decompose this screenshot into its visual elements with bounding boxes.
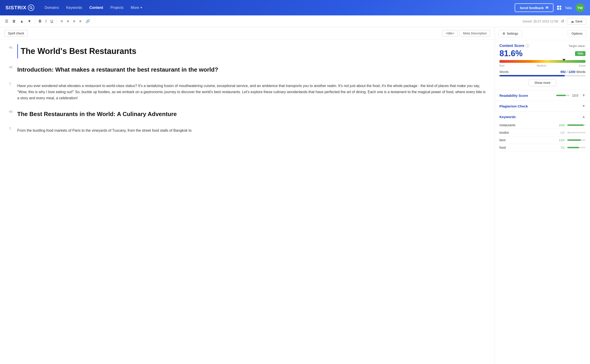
keyword-count-best: 12/5 bbox=[556, 138, 565, 142]
italic-button[interactable]: I bbox=[44, 18, 48, 24]
para-label-1: ¶ bbox=[9, 81, 17, 87]
para-label-2: ¶ bbox=[9, 126, 17, 131]
readability-collapse-icon: ▼ bbox=[582, 93, 585, 98]
target-label: Target value: bbox=[569, 44, 585, 48]
editor-toolbar: ☰ 🗑 ▲ ▼ B I U ≡ ≡ ≡ ≡ 🔗 Saved: 26.07.202… bbox=[0, 15, 590, 27]
words-label: Words bbox=[499, 70, 509, 74]
align-justify-button[interactable]: ≡ bbox=[78, 18, 83, 24]
panel-header: ⚙ Settings Options bbox=[495, 27, 590, 40]
svg-line-1 bbox=[32, 8, 33, 9]
readability-right: 13.0 ▼ bbox=[556, 93, 585, 98]
move-up-button[interactable]: ▲ bbox=[19, 18, 25, 24]
settings-button[interactable]: ⚙ Settings bbox=[499, 30, 522, 37]
move-down-button[interactable]: ▼ bbox=[26, 18, 33, 24]
h2-text-1: Introduction: What makes a restaurant th… bbox=[17, 66, 218, 73]
info-icon[interactable]: i bbox=[526, 44, 529, 48]
nav-item-projects[interactable]: Projects bbox=[107, 4, 127, 12]
keyword-row-london: london 0/6 bbox=[499, 129, 585, 136]
p-block-2[interactable]: From the bustling food markets of Paris … bbox=[17, 126, 486, 135]
chevron-down-icon: ▼ bbox=[140, 6, 143, 9]
toolbar-separator-2 bbox=[57, 19, 57, 24]
h2-block-2[interactable]: The Best Restaurants in the World: A Cul… bbox=[17, 108, 486, 120]
nav-item-more[interactable]: More ▼ bbox=[127, 4, 146, 12]
readability-title: Readability Score bbox=[499, 94, 528, 98]
send-feedback-label: Send feedback bbox=[520, 6, 544, 10]
title-tag-button[interactable]: <title> bbox=[442, 30, 458, 37]
h1-row: H1 The World's Best Restaurants bbox=[9, 44, 486, 58]
saved-timestamp: Saved: 26.07.2023 12:58 bbox=[523, 20, 558, 23]
save-button[interactable]: ☁ Save bbox=[567, 18, 586, 25]
p-text-1: Have you ever wondered what elevates a r… bbox=[17, 84, 486, 100]
keyword-bar-london bbox=[567, 132, 585, 133]
words-bar-fill bbox=[499, 75, 565, 76]
keyword-row-restaurants: restaurants 25/8 bbox=[499, 122, 585, 129]
main-layout: Spell check <title> Meta Description H1 … bbox=[0, 27, 590, 364]
nav-item-domains[interactable]: Domains bbox=[41, 4, 62, 12]
delete-button[interactable]: 🗑 bbox=[11, 18, 17, 24]
link-button[interactable]: 🔗 bbox=[84, 18, 91, 24]
toolbar-right: Saved: 26.07.2023 12:58 ↺ ☁ Save bbox=[523, 18, 586, 25]
right-panel: ⚙ Settings Options Content Score i Targe… bbox=[495, 27, 590, 364]
keywords-title: Keywords bbox=[499, 115, 516, 119]
cloud-icon: ☁ bbox=[571, 20, 574, 23]
h2-label-1: H2 bbox=[9, 64, 17, 69]
send-feedback-button[interactable]: Send feedback ✉ bbox=[515, 3, 553, 12]
undo-button[interactable]: ↺ bbox=[561, 19, 564, 24]
h2-row-2: H2 The Best Restaurants in the World: A … bbox=[9, 108, 486, 120]
align-left-button[interactable]: ≡ bbox=[59, 18, 64, 24]
toolbar-separator-1 bbox=[35, 19, 35, 24]
p-row-1: ¶ Have you ever wondered what elevates a… bbox=[9, 81, 486, 103]
grid-icon[interactable] bbox=[557, 6, 561, 10]
save-label: Save bbox=[575, 20, 583, 23]
editor-content: H1 The World's Best Restaurants H2 Intro… bbox=[0, 40, 495, 364]
bold-button[interactable]: B bbox=[37, 18, 43, 24]
header: SISTRIX Domains Keywords Content Project… bbox=[0, 0, 590, 15]
p-text-2: From the bustling food markets of Paris … bbox=[17, 129, 192, 132]
score-labels: Bad Medium Good bbox=[499, 64, 585, 67]
h1-label: H1 bbox=[9, 44, 17, 49]
editor-header: Spell check <title> Meta Description bbox=[0, 27, 495, 40]
avatar[interactable]: TW bbox=[576, 3, 584, 12]
keywords-collapse-icon[interactable]: ▲ bbox=[582, 115, 585, 119]
readability-section[interactable]: Readability Score 13.0 ▼ bbox=[495, 90, 590, 101]
h2-text-2: The Best Restaurants in the World: A Cul… bbox=[17, 110, 177, 117]
score-bar bbox=[499, 60, 585, 63]
align-right-button[interactable]: ≡ bbox=[72, 18, 76, 24]
keyword-bar-restaurants bbox=[567, 124, 585, 126]
p-block-1[interactable]: Have you ever wondered what elevates a r… bbox=[17, 81, 486, 103]
nav-item-keywords[interactable]: Keywords bbox=[63, 4, 85, 12]
plagiarism-section[interactable]: Plagiarism Check ▼ bbox=[495, 101, 590, 111]
toolbar-left: ☰ 🗑 ▲ ▼ B I U ≡ ≡ ≡ ≡ 🔗 bbox=[4, 18, 521, 24]
meta-description-button[interactable]: Meta Description bbox=[460, 30, 490, 37]
align-center-button[interactable]: ≡ bbox=[66, 18, 70, 24]
logo[interactable]: SISTRIX bbox=[6, 5, 34, 11]
keywords-header: Keywords ▲ bbox=[499, 115, 585, 119]
show-more-button[interactable]: Show more bbox=[529, 79, 556, 86]
h2-block-1[interactable]: Introduction: What makes a restaurant th… bbox=[17, 64, 486, 76]
envelope-icon: ✉ bbox=[545, 6, 549, 10]
score-header: Content Score i Target value: bbox=[499, 44, 585, 48]
plagiarism-collapse-icon: ▼ bbox=[582, 104, 585, 108]
words-count: 992 / 1200 Words bbox=[561, 70, 585, 74]
h1-block[interactable]: The World's Best Restaurants bbox=[17, 44, 486, 58]
underline-button[interactable]: U bbox=[49, 18, 55, 24]
user-name: Talia bbox=[565, 6, 572, 10]
keyword-count-restaurants: 25/8 bbox=[556, 124, 565, 127]
editor-header-right: <title> Meta Description bbox=[442, 30, 490, 37]
options-button[interactable]: Options bbox=[568, 30, 586, 37]
spell-check-button[interactable]: Spell check bbox=[5, 30, 28, 37]
score-bar-container bbox=[499, 60, 585, 63]
keyword-bar-fill-london bbox=[567, 132, 569, 133]
words-row: Words 992 / 1200 Words bbox=[499, 70, 585, 74]
keyword-row-food: food 7/2 bbox=[499, 144, 585, 151]
keyword-count-london: 0/6 bbox=[556, 131, 565, 134]
gear-icon: ⚙ bbox=[503, 32, 505, 35]
content-score-title: Content Score i bbox=[499, 44, 529, 48]
keyword-name-restaurants: restaurants bbox=[499, 123, 556, 127]
toggle-sidebar-button[interactable]: ☰ bbox=[4, 18, 10, 24]
nav-item-content[interactable]: Content bbox=[86, 4, 106, 12]
keyword-bar-fill-best bbox=[567, 139, 581, 141]
keyword-row-best: best 12/5 bbox=[499, 136, 585, 144]
h2-row-1: H2 Introduction: What makes a restaurant… bbox=[9, 64, 486, 76]
words-progress-bar bbox=[499, 75, 585, 76]
